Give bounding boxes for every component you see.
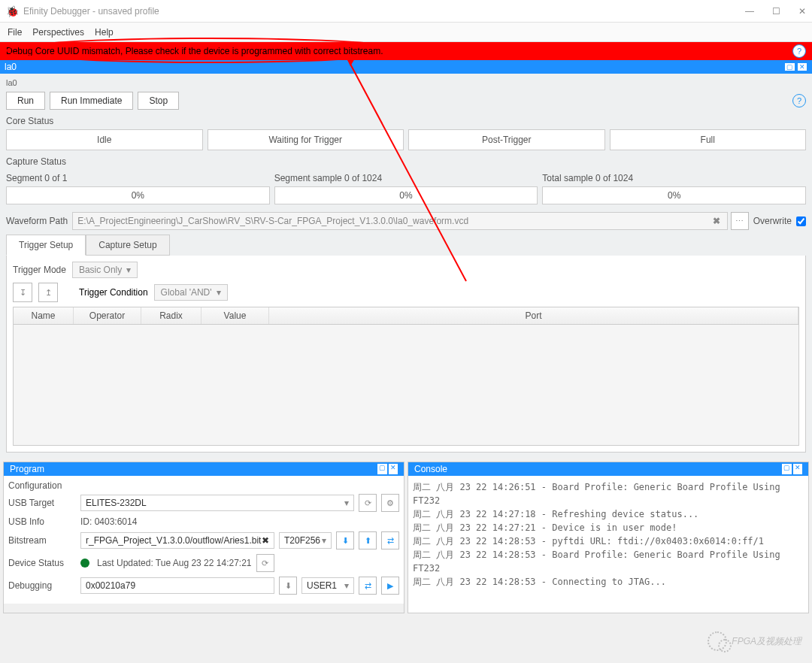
status-full: Full (610, 129, 807, 150)
close-icon[interactable]: ✕ (389, 464, 398, 474)
waveform-path-label: Waveform Path (6, 216, 68, 226)
help-icon[interactable]: ? (792, 94, 806, 107)
run-button[interactable]: Run (6, 92, 45, 110)
status-idle: Idle (6, 129, 203, 150)
tab-trigger-setup[interactable]: Trigger Setup (6, 235, 86, 256)
device-status-value: Last Updated: Tue Aug 23 22 14:27:21 (97, 558, 252, 568)
restore-icon[interactable]: ▢ (377, 464, 387, 474)
bitstream-icon2[interactable]: ⬆ (359, 531, 377, 549)
run-immediate-button[interactable]: Run Immediate (50, 92, 133, 110)
debugging-label: Debugging (8, 580, 76, 591)
overwrite-label: Overwrite (753, 216, 792, 226)
debug-icon1[interactable]: ⬇ (279, 577, 297, 595)
total-sample-progress: 0% (542, 186, 806, 204)
overwrite-checkbox[interactable] (796, 216, 806, 226)
console-output[interactable]: 周二 八月 23 22 14:26:51 - Board Profile: Ge… (413, 480, 804, 608)
trigger-mode-label: Trigger Mode (13, 265, 66, 275)
col-name: Name (14, 307, 74, 324)
core-status-title: Core Status (6, 116, 806, 126)
restore-icon[interactable]: ▢ (784, 62, 795, 71)
col-radix: Radix (141, 307, 201, 324)
console-panel: Console ▢✕ 周二 八月 23 22 14:26:51 - Board … (408, 462, 809, 613)
segment-progress: 0% (6, 186, 270, 204)
stop-button[interactable]: Stop (138, 92, 179, 110)
remove-condition-icon[interactable]: ↥ (38, 283, 58, 302)
menubar: File Perspectives Help (0, 23, 812, 42)
app-icon: 🐞 (6, 5, 19, 17)
program-title: Program (10, 464, 44, 474)
capture-status-title: Capture Status (6, 156, 806, 167)
bitstream-input[interactable]: r_FPGA_Project_V1.3.0.0/outflow/Aries1.b… (80, 532, 274, 549)
debug-icon3[interactable]: ▶ (381, 577, 399, 595)
add-condition-icon[interactable]: ↧ (13, 283, 32, 302)
bitstream-icon1[interactable]: ⬇ (336, 531, 354, 549)
bitstream-label: Bitstream (8, 535, 76, 546)
trigger-condition-label: Trigger Condition (79, 287, 148, 298)
trigger-condition-dropdown[interactable]: Global 'AND' (154, 284, 228, 301)
refresh-status-icon[interactable]: ⟳ (256, 554, 274, 572)
waveform-path-input[interactable] (72, 212, 727, 230)
close-icon[interactable]: ✕ (793, 464, 802, 474)
usb-target-dropdown[interactable]: ELITES-232DL (80, 495, 354, 511)
help-icon[interactable]: ? (792, 44, 806, 58)
restore-icon[interactable]: ▢ (782, 464, 792, 474)
minimize-button[interactable]: — (745, 6, 754, 17)
debugging-input[interactable]: 0x00210a79 (80, 577, 274, 594)
bitstream-icon3[interactable]: ⇄ (381, 531, 399, 549)
open-file-icon[interactable]: ⋯ (731, 212, 749, 230)
clear-path-icon[interactable]: ✖ (713, 216, 720, 226)
usb-settings-icon[interactable]: ⚙ (381, 494, 399, 512)
segment-label: Segment 0 of 1 (6, 170, 270, 186)
trigger-table: Name Operator Radix Value Port (13, 307, 799, 446)
segment-sample-progress: 0% (274, 186, 538, 204)
close-panel-icon[interactable]: ✕ (797, 62, 807, 71)
usb-target-label: USB Target (8, 498, 76, 508)
configuration-label: Configuration (8, 480, 399, 491)
usb-info-label: USB Info (8, 516, 76, 527)
refresh-usb-icon[interactable]: ⟳ (359, 494, 377, 512)
trigger-table-body (14, 325, 798, 445)
status-waiting: Waiting for Trigger (208, 129, 404, 150)
trigger-mode-dropdown[interactable]: Basic Only (72, 262, 138, 278)
segment-sample-label: Segment sample 0 of 1024 (274, 170, 538, 186)
close-button[interactable]: ✕ (798, 6, 806, 17)
total-sample-label: Total sample 0 of 1024 (542, 170, 806, 186)
debug-icon2[interactable]: ⇄ (359, 577, 377, 595)
col-operator: Operator (74, 307, 141, 324)
status-dot-icon (80, 559, 89, 568)
menu-file[interactable]: File (8, 27, 22, 38)
col-value: Value (201, 307, 269, 324)
console-title: Console (414, 464, 447, 474)
la0-name: la0 (5, 62, 17, 72)
error-bar: Debug Core UUID mismatch, Please check i… (0, 42, 812, 60)
menu-help[interactable]: Help (95, 27, 114, 38)
status-post: Post-Trigger (408, 129, 605, 150)
window-title: Efinity Debugger - unsaved profile (23, 6, 159, 17)
user-dropdown[interactable]: USER1 (301, 577, 354, 594)
maximize-button[interactable]: ☐ (772, 6, 780, 17)
menu-perspectives[interactable]: Perspectives (32, 27, 84, 38)
la0-panel-header: la0 ▢ ✕ (0, 60, 812, 74)
col-port: Port (269, 307, 798, 324)
la0-label: la0 (6, 77, 806, 89)
device-dropdown[interactable]: T20F256 (279, 532, 332, 549)
device-status-label: Device Status (8, 558, 76, 568)
program-panel: Program ▢✕ Configuration USB Target ELIT… (3, 462, 404, 613)
titlebar: 🐞 Efinity Debugger - unsaved profile — ☐… (0, 0, 812, 23)
tab-capture-setup[interactable]: Capture Setup (86, 235, 169, 256)
error-message: Debug Core UUID mismatch, Please check i… (6, 46, 383, 56)
usb-info-value: ID: 0403:6014 (80, 516, 137, 527)
watermark: FPGA及视频处理 (707, 631, 801, 651)
